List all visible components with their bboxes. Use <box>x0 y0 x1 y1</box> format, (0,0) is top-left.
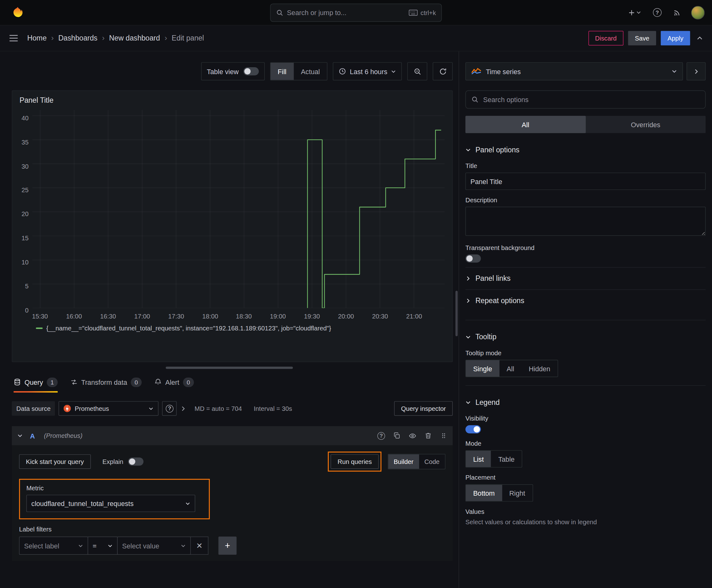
query-row-header[interactable]: A (Prometheus) ? <box>12 426 453 445</box>
tab-query[interactable]: Query 1 <box>14 372 58 393</box>
metric-select[interactable]: cloudflared_tunnel_total_requests <box>26 495 195 512</box>
grafana-app: ctrl+k ? Home › Dashboards › Ne <box>0 0 712 588</box>
rss-icon <box>673 8 681 16</box>
help-button[interactable]: ? <box>651 6 663 19</box>
copy-icon[interactable] <box>393 432 401 439</box>
tooltip-header[interactable]: Tooltip <box>466 324 706 343</box>
tab-overrides[interactable]: Overrides <box>585 116 706 133</box>
timeseries-chart[interactable] <box>33 110 445 308</box>
panel-preview: Panel Title 0510152025303540 15:3016:001… <box>12 90 453 362</box>
collapse-header-button[interactable] <box>695 33 705 43</box>
actual-option[interactable]: Actual <box>294 63 327 80</box>
legend-header[interactable]: Legend <box>466 390 706 408</box>
datasource-row: Data source Prometheus ? MD = auto = 704… <box>12 401 453 416</box>
datasource-picker[interactable]: Prometheus <box>59 401 158 416</box>
tooltip-mode-single[interactable]: Single <box>466 360 499 377</box>
alert-count-badge: 0 <box>183 377 194 387</box>
legend-mode-list[interactable]: List <box>466 451 491 467</box>
tab-transform-data[interactable]: Transform data 0 <box>70 372 142 393</box>
legend-mode-table[interactable]: Table <box>491 451 522 467</box>
legend-visibility-field: Visibility <box>466 415 706 434</box>
scrollbar-thumb[interactable] <box>455 291 458 336</box>
tab-alert[interactable]: Alert 0 <box>154 372 194 393</box>
tooltip-mode-label: Tooltip mode <box>466 349 706 357</box>
datasource-help-button[interactable]: ? <box>162 401 177 416</box>
remove-filter-button[interactable]: ✕ <box>190 537 209 555</box>
description-textarea[interactable] <box>466 207 706 236</box>
explain-toggle[interactable] <box>128 458 143 466</box>
breadcrumb-home[interactable]: Home <box>27 34 47 42</box>
breadcrumb-separator: › <box>102 34 105 43</box>
drag-handle-icon[interactable] <box>440 432 447 439</box>
viz-name: Time series <box>486 67 521 76</box>
time-range-label: Last 6 hours <box>350 67 387 76</box>
run-queries-button[interactable]: Run queries <box>331 454 379 469</box>
add-filter-button[interactable]: + <box>218 537 237 555</box>
tooltip-mode-hidden[interactable]: Hidden <box>521 360 558 377</box>
placement-bottom[interactable]: Bottom <box>466 485 502 501</box>
chevron-right-icon[interactable] <box>180 405 187 412</box>
section-title: Repeat options <box>475 296 524 305</box>
query-inspector-button[interactable]: Query inspector <box>394 401 453 416</box>
options-search-input[interactable] <box>483 96 700 103</box>
tab-label: Alert <box>166 378 179 386</box>
add-button[interactable] <box>626 7 643 18</box>
metric-value: cloudflared_tunnel_total_requests <box>31 499 134 507</box>
tooltip-mode-all[interactable]: All <box>499 360 521 377</box>
legend-mode-field: Mode List Table <box>466 440 706 467</box>
news-button[interactable] <box>671 7 683 18</box>
legend-label[interactable]: {__name__="cloudflared_tunnel_total_requ… <box>46 324 331 332</box>
panel-edit-area: Table view Fill Actual Last 6 hours <box>0 51 459 588</box>
placement-right[interactable]: Right <box>502 485 533 501</box>
legend-mode-label: Mode <box>466 440 706 447</box>
legend-section: Legend Visibility Mode List Table Placem… <box>466 390 706 526</box>
user-avatar[interactable] <box>691 6 705 19</box>
menu-button[interactable] <box>7 33 20 44</box>
fill-option[interactable]: Fill <box>270 63 294 80</box>
tooltip-mode-field: Tooltip mode Single All Hidden <box>466 349 706 377</box>
query-ref-id: A <box>30 432 35 440</box>
zoom-out-button[interactable] <box>407 62 427 80</box>
refresh-button[interactable] <box>433 62 453 80</box>
toggle-viz-pane-button[interactable] <box>687 62 706 80</box>
table-view-toggle[interactable] <box>243 67 259 76</box>
chevron-down-icon <box>78 543 83 548</box>
legend-values-field: Values Select values or calculations to … <box>466 508 706 525</box>
eye-icon[interactable] <box>409 432 416 440</box>
description-label: Description <box>466 196 706 204</box>
breadcrumb-dashboards[interactable]: Dashboards <box>58 34 98 42</box>
datasource-label: Data source <box>12 401 55 416</box>
save-button[interactable]: Save <box>628 31 656 45</box>
chevron-down-icon <box>671 68 677 74</box>
search-input[interactable] <box>287 8 405 16</box>
builder-option[interactable]: Builder <box>388 454 419 469</box>
breadcrumb: Home › Dashboards › New dashboard › Edit… <box>27 34 204 43</box>
apply-button[interactable]: Apply <box>661 31 690 45</box>
select-value-dropdown[interactable]: Select value <box>117 537 191 555</box>
query-options-summary[interactable]: MD = auto = 704 Interval = 30s <box>195 405 292 412</box>
label-filters-label: Label filters <box>19 525 446 533</box>
panel-links-section[interactable]: Panel links <box>466 267 706 289</box>
panel-title-input[interactable] <box>466 173 706 190</box>
visualization-picker[interactable]: Time series <box>466 62 683 80</box>
time-range-picker[interactable]: Last 6 hours <box>333 62 402 80</box>
help-icon[interactable]: ? <box>377 432 385 440</box>
select-label-dropdown[interactable]: Select label <box>19 537 88 555</box>
operator-dropdown[interactable]: = <box>88 537 117 555</box>
panel-view-toolbar: Table view Fill Actual Last 6 hours <box>0 62 453 80</box>
panel-resize-handle[interactable] <box>166 366 293 369</box>
chart-legend: {__name__="cloudflared_tunnel_total_requ… <box>12 324 452 332</box>
grafana-logo[interactable] <box>11 6 24 19</box>
transparent-background-toggle[interactable] <box>466 254 481 262</box>
breadcrumb-new-dashboard[interactable]: New dashboard <box>109 34 160 42</box>
discard-button[interactable]: Discard <box>588 31 624 45</box>
repeat-options-section[interactable]: Repeat options <box>466 289 706 312</box>
trash-icon[interactable] <box>425 432 432 439</box>
visibility-toggle[interactable] <box>466 425 481 434</box>
tab-label: Transform data <box>81 378 127 386</box>
breadcrumb-separator: › <box>51 34 54 43</box>
code-option[interactable]: Code <box>419 454 445 469</box>
panel-options-header[interactable]: Panel options <box>466 136 706 156</box>
tab-all[interactable]: All <box>466 116 586 133</box>
kick-start-button[interactable]: Kick start your query <box>19 454 91 469</box>
